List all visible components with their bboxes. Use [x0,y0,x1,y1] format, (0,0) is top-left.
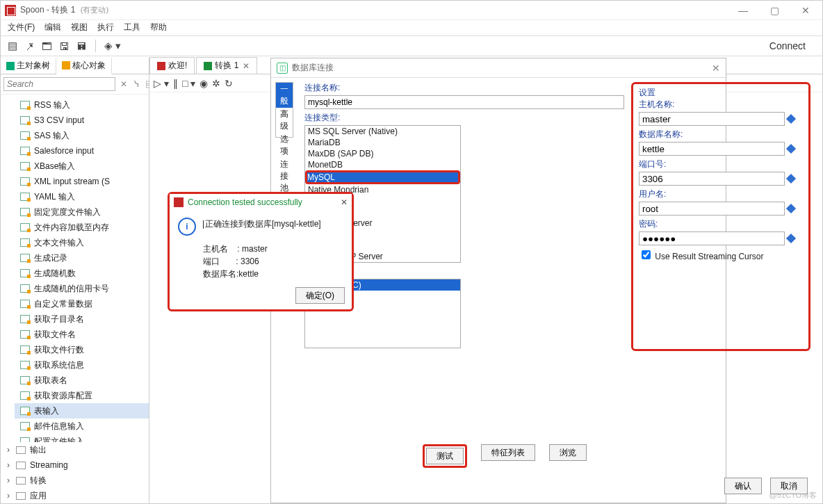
folder-item[interactable]: ›转换 [5,473,149,488]
tree-item[interactable]: S3 CSV input [15,113,149,128]
tree-item[interactable]: 获取文件名 [15,327,149,342]
stream-cursor-checkbox[interactable] [642,250,651,259]
category-item[interactable]: 一般 [276,83,293,108]
conn-type-option[interactable]: MonetDB [305,159,460,170]
var-icon[interactable] [786,234,796,243]
tree-item[interactable]: 获取子目录名 [15,311,149,327]
save-icon[interactable]: 🖫 [58,40,71,52]
user-input[interactable] [639,202,785,216]
folder-item[interactable]: ›Streaming [5,457,149,473]
folder-icon [16,462,26,469]
open-file-icon[interactable]: ⭷ [23,40,36,52]
tab-close-icon[interactable]: ✕ [243,61,250,71]
conn-type-option[interactable]: MS SQL Server (Native) [305,126,460,137]
var-icon[interactable] [786,174,796,184]
test-button[interactable]: 测试 [426,448,464,464]
tree-item[interactable]: 获取资源库配置 [15,388,149,403]
menu-run[interactable]: 执行 [97,22,114,34]
tree-item[interactable]: SAS 输入 [15,128,149,143]
connect-link[interactable]: Connect [769,40,817,51]
maximize-button[interactable]: ▢ [766,5,783,16]
tree-item[interactable]: XML input stream (S [15,174,149,189]
tab-core-objects[interactable]: 核心对象 [56,58,112,74]
expand-all-icon[interactable]: ᓭ [132,79,141,89]
db-dialog-close-icon[interactable]: ✕ [712,63,720,74]
db-dialog-icon: ◫ [277,63,288,74]
tree-item[interactable]: 表输入 [15,403,149,418]
tree-item[interactable]: 自定义常量数据 [15,296,149,311]
menu-edit[interactable]: 编辑 [44,22,61,34]
search-input[interactable] [3,77,115,91]
minimize-button[interactable]: — [734,5,752,16]
save-as-icon[interactable]: 🖬 [75,40,88,52]
menubar: 文件(F) 编辑 视图 执行 工具 帮助 [1,20,822,35]
browse-button[interactable]: 浏览 [549,444,587,461]
tree-item[interactable]: RSS 输入 [15,97,149,113]
tree-item[interactable]: 获取文件行数 [15,342,149,357]
folder-item[interactable]: ›应用 [5,488,149,503]
tree-item[interactable]: Salesforce input [15,143,149,158]
step-icon [20,131,30,140]
tree-item[interactable]: YAML 输入 [15,189,149,204]
menu-file[interactable]: 文件(F) [8,22,35,34]
perspective-icon[interactable]: ◈ ▾ [103,40,122,52]
pass-input[interactable] [639,231,785,245]
folder-item[interactable]: ›输出 [5,442,149,457]
tab-main-object-tree[interactable]: 主对象树 [1,58,56,74]
category-item[interactable]: 高级 [276,108,293,133]
step-icon [20,162,30,170]
tree-item[interactable]: 生成记录 [15,250,149,266]
success-ok-button[interactable]: 确定(O) [295,287,345,304]
conn-name-input[interactable] [304,95,624,109]
step-icon [20,315,30,323]
tree-item-label: 生成随机的信用卡号 [34,283,109,295]
conn-type-option[interactable]: MySQL [305,170,460,184]
run-icon[interactable]: ▷ ▾ [154,78,169,89]
menu-tools[interactable]: 工具 [124,22,140,34]
port-input[interactable] [639,172,785,186]
tree-item-label: 获取子目录名 [34,314,84,325]
ok-button[interactable]: 确认 [724,478,762,494]
close-button[interactable]: ✕ [797,5,814,16]
tree-item[interactable]: 生成随机的信用卡号 [15,281,149,296]
tree-item[interactable]: XBase输入 [15,158,149,174]
explore-icon[interactable]: 🗔 [40,40,54,52]
new-file-icon[interactable]: ▤ [6,40,19,52]
tree-item[interactable]: 固定宽度文件输入 [15,204,149,220]
step-tree[interactable]: RSS 输入S3 CSV inputSAS 输入Salesforce input… [1,95,149,442]
replay-icon[interactable]: ↻ [225,78,233,89]
var-icon[interactable] [786,144,796,154]
feature-list-button[interactable]: 特征列表 [481,444,535,461]
success-close-icon[interactable]: ✕ [341,197,348,207]
tree-item[interactable]: 邮件信息输入 [15,418,149,434]
tree-item[interactable]: 获取表名 [15,373,149,388]
category-folders: ›输出›Streaming›转换›应用 [1,442,149,503]
menu-view[interactable]: 视图 [71,22,88,34]
tree-item[interactable]: 配置文件输入 [15,434,149,442]
menu-help[interactable]: 帮助 [150,22,167,34]
app-logo-icon [5,5,16,16]
tree-item[interactable]: 获取系统信息 [15,357,149,373]
search-clear-icon[interactable]: ✕ [118,79,129,89]
var-icon[interactable] [786,204,796,213]
cancel-button[interactable]: 取消 [770,478,808,494]
category-list[interactable]: 一般高级选项连接池集群 [275,82,293,138]
conn-type-option[interactable]: MariaDB [305,137,460,148]
main-tab-trans1[interactable]: 转换 1✕ [196,57,257,74]
debug-icon[interactable]: ✲ [212,78,220,89]
host-input[interactable] [639,112,785,126]
preview-icon[interactable]: ◉ [199,78,208,89]
tree-item[interactable]: 生成随机数 [15,266,149,281]
conn-type-option[interactable]: MaxDB (SAP DB) [305,148,460,159]
tree-item[interactable]: 文本文件输入 [15,235,149,250]
pause-icon[interactable]: ‖ [173,78,178,89]
success-host-val: : master [237,244,267,254]
stop-icon[interactable]: □ ▾ [182,78,195,89]
main-tab-welcome[interactable]: 欢迎! [149,57,195,74]
category-item[interactable]: 选项 [276,133,293,158]
category-item[interactable]: 连接池 [276,158,293,195]
tree-item-label: 获取系统信息 [34,359,84,371]
var-icon[interactable] [786,114,796,124]
tree-item[interactable]: 文件内容加载至内存 [15,220,149,235]
db-name-input[interactable] [639,142,785,156]
